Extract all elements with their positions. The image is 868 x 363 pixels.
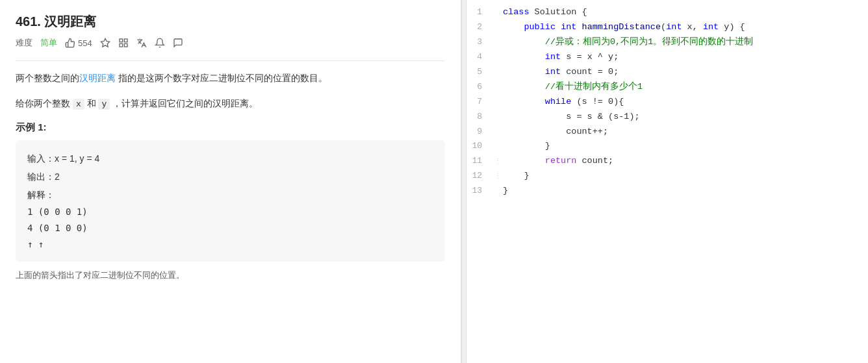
difficulty-value[interactable]: 简单 — [40, 37, 57, 49]
desc-text-2: 指的是这两个数字对应二进制位不同的位置的数目。 — [116, 73, 327, 83]
problem-description-2: 给你两个整数 x 和 y ，计算并返回它们之间的汉明距离。 — [16, 95, 445, 112]
output-value: 2 — [55, 171, 60, 182]
desc-text-3: 给你两个整数 — [16, 98, 73, 108]
line-content-8: s = s & (s-1); — [503, 110, 865, 125]
comment-icon[interactable] — [173, 38, 183, 48]
line-content-12: } — [503, 169, 865, 184]
line-number-5: 5 — [469, 65, 492, 79]
line-content-10: } — [503, 139, 865, 154]
panel-separator — [461, 0, 466, 363]
line-content-2: public int hammingDistance(int x, int y)… — [503, 20, 865, 35]
translate-svg — [136, 38, 147, 48]
code-editor: 1 class Solution {2 public int hammingDi… — [466, 0, 868, 204]
line-content-13: } — [503, 184, 865, 199]
translate-icon[interactable] — [136, 38, 147, 48]
arrow-row: ↑ ↑ — [27, 236, 433, 253]
share-icon[interactable] — [118, 38, 129, 48]
svg-rect-3 — [124, 44, 127, 47]
share-svg — [118, 38, 129, 48]
line-content-11: return count; — [503, 154, 865, 169]
line-content-3: //异或：相同为0,不同为1。得到不同的数的十进制 — [503, 35, 865, 50]
example-title: 示例 1: — [16, 121, 445, 134]
input-value: x = 1, y = 4 — [55, 153, 99, 164]
line-dots-2 — [492, 22, 503, 33]
code-line-3: 3 //异或：相同为0,不同为1。得到不同的数的十进制 — [466, 35, 868, 50]
code-line-2: 2 public int hammingDistance(int x, int … — [466, 20, 868, 35]
problem-title: 461. 汉明距离 — [16, 13, 445, 31]
line-dots-1 — [492, 7, 503, 18]
problem-panel: 461. 汉明距离 难度 简单 554 两个整数之间的汉明距离 指的是这两个数字… — [0, 0, 461, 363]
line-number-13: 13 — [469, 184, 492, 198]
input-label: 输入： — [27, 153, 55, 164]
star-svg — [100, 38, 110, 48]
svg-rect-2 — [124, 39, 127, 42]
line-number-10: 10 — [469, 139, 492, 153]
line-content-1: class Solution { — [503, 5, 865, 20]
line-number-1: 1 — [469, 5, 492, 19]
line-dots-6 — [492, 82, 503, 93]
like-icon[interactable]: 554 — [65, 38, 92, 48]
code-line-10: 10 } — [466, 139, 868, 154]
example-explain-row: 解释： — [27, 186, 433, 204]
code-y: y — [98, 99, 110, 110]
comment-svg — [173, 38, 183, 48]
bell-icon[interactable] — [155, 38, 165, 48]
line-number-4: 4 — [469, 50, 492, 64]
code-x: x — [73, 99, 84, 110]
desc-text-4: ，计算并返回它们之间的汉明距离。 — [110, 98, 258, 108]
code-line-5: 5 int count = 0; — [466, 65, 868, 80]
desc-text-1: 两个整数之间的 — [16, 73, 79, 83]
code-line-13: 13 } — [466, 184, 868, 199]
line-number-6: 6 — [469, 80, 492, 94]
footer-note: 上面的箭头指出了对应二进制位不同的位置。 — [16, 269, 445, 281]
line-number-2: 2 — [469, 20, 492, 34]
svg-rect-1 — [120, 39, 123, 42]
row-1-bits: (0 0 0 1) — [32, 207, 87, 217]
thumbs-up-svg — [65, 38, 75, 48]
meta-row: 难度 简单 554 — [16, 37, 445, 49]
line-number-12: 12 — [469, 169, 492, 183]
line-number-8: 8 — [469, 110, 492, 124]
code-line-1: 1 class Solution { — [466, 5, 868, 20]
bit-row-4: 4 (0 1 0 0) — [27, 220, 433, 236]
line-dots-9 — [492, 127, 503, 138]
line-dots-4 — [492, 52, 503, 63]
code-line-9: 9 count++; — [466, 125, 868, 140]
bit-row-1: 1 (0 0 0 1) — [27, 204, 433, 220]
star-icon[interactable] — [100, 38, 110, 48]
code-line-4: 4 int s = x ^ y; — [466, 50, 868, 65]
code-line-7: 7 while (s != 0){ — [466, 95, 868, 110]
code-line-11: 11⋮ return count; — [466, 154, 868, 169]
code-panel: 1 class Solution {2 public int hammingDi… — [466, 0, 868, 363]
code-line-8: 8 s = s & (s-1); — [466, 110, 868, 125]
problem-description-1: 两个整数之间的汉明距离 指的是这两个数字对应二进制位不同的位置的数目。 — [16, 70, 445, 86]
line-number-7: 7 — [469, 95, 492, 109]
code-line-12: 12⋮ } — [466, 169, 868, 184]
line-dots-11: ⋮ — [492, 156, 503, 167]
like-count: 554 — [78, 38, 92, 48]
line-number-3: 3 — [469, 35, 492, 49]
svg-rect-4 — [120, 44, 123, 47]
line-dots-12: ⋮ — [492, 171, 503, 182]
hamming-link[interactable]: 汉明距离 — [79, 73, 116, 83]
line-content-4: int s = x ^ y; — [503, 50, 865, 65]
line-content-9: count++; — [503, 125, 865, 140]
example-output-row: 输出：2 — [27, 168, 433, 186]
desc-and: 和 — [84, 98, 99, 108]
line-number-11: 11 — [469, 154, 492, 168]
code-line-6: 6 //看十进制内有多少个1 — [466, 80, 868, 95]
divider-1 — [16, 60, 445, 61]
line-dots-5 — [492, 67, 503, 78]
difficulty-label: 难度 — [16, 37, 32, 49]
line-content-7: while (s != 0){ — [503, 95, 865, 110]
example-box: 输入：x = 1, y = 4 输出：2 解释： 1 (0 0 0 1) 4 (… — [16, 140, 445, 262]
line-dots-8 — [492, 112, 503, 123]
bell-svg — [155, 38, 165, 48]
line-dots-3 — [492, 37, 503, 48]
row-4-bits: (0 1 0 0) — [32, 223, 87, 233]
line-content-6: //看十进制内有多少个1 — [503, 80, 865, 95]
output-label: 输出： — [27, 171, 55, 182]
explain-label: 解释： — [27, 190, 55, 200]
line-dots-10 — [492, 141, 503, 152]
svg-marker-0 — [101, 38, 109, 47]
